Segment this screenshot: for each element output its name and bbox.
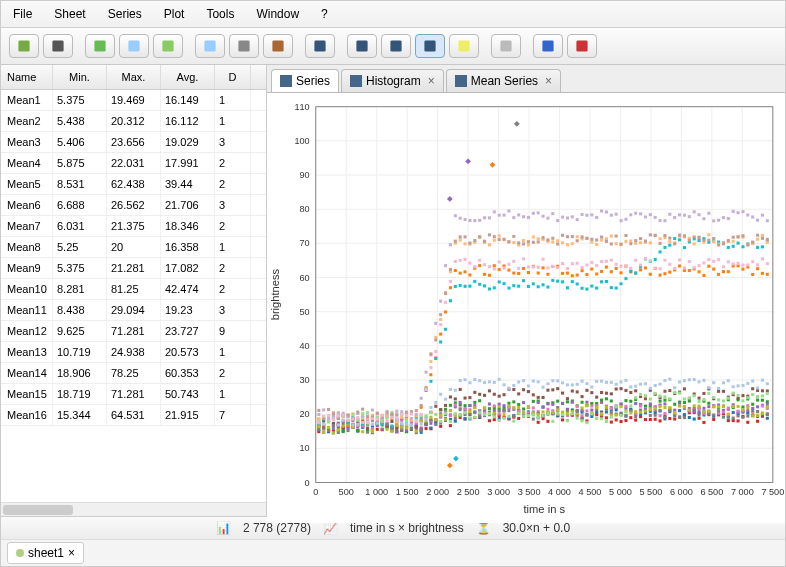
svg-rect-730	[322, 426, 325, 429]
menu-tools[interactable]: Tools	[202, 5, 238, 23]
close-icon[interactable]: ×	[68, 546, 75, 560]
db-button[interactable]	[263, 34, 293, 58]
svg-rect-1439	[605, 240, 608, 243]
menu-plot[interactable]: Plot	[160, 5, 189, 23]
svg-rect-481	[468, 274, 471, 277]
chart-area[interactable]: 05001 0001 5002 0002 5003 0003 5004 0004…	[267, 93, 785, 523]
table-row[interactable]: Mean35.40623.65619.0293	[1, 132, 266, 153]
svg-rect-1173	[668, 240, 671, 243]
menu-series[interactable]: Series	[104, 5, 146, 23]
svg-rect-594	[566, 397, 569, 400]
menu-sheet[interactable]: Sheet	[50, 5, 89, 23]
table-row[interactable]: Mean76.03121.37518.3462	[1, 216, 266, 237]
svg-rect-955	[512, 284, 515, 287]
svg-rect-1530	[595, 264, 598, 267]
svg-rect-1144	[527, 243, 530, 246]
svg-rect-1245	[566, 419, 569, 422]
svg-rect-1060	[571, 383, 574, 386]
svg-rect-1471	[761, 237, 764, 240]
config-button[interactable]	[305, 34, 335, 58]
svg-rect-1326	[507, 209, 510, 212]
histogram-button[interactable]	[381, 34, 411, 58]
svg-rect-294	[464, 404, 467, 407]
svg-rect-478	[454, 269, 457, 272]
svg-rect-1560	[741, 264, 744, 267]
data-table-pane: NameMin.Max.Avg.D Mean15.37519.46916.149…	[1, 65, 267, 516]
svg-rect-1569	[447, 196, 453, 202]
svg-rect-1537	[629, 267, 632, 270]
svg-rect-580	[498, 395, 501, 398]
table-row[interactable]: Mean1518.71971.28150.7431	[1, 384, 266, 405]
mean-series-button[interactable]	[415, 34, 445, 58]
svg-rect-90	[376, 428, 379, 431]
table-row[interactable]: Mean85.252016.3581	[1, 237, 266, 258]
svg-rect-1221	[449, 420, 452, 423]
svg-rect-1285	[761, 394, 764, 397]
remove-sheet-button[interactable]	[153, 34, 183, 58]
svg-text:40: 40	[300, 341, 310, 351]
table-row[interactable]: Mean129.62571.28123.7279	[1, 321, 266, 342]
open-button[interactable]	[9, 34, 39, 58]
svg-rect-516	[639, 268, 642, 271]
svg-rect-605	[620, 387, 623, 390]
svg-rect-1157	[590, 241, 593, 244]
export-button[interactable]	[229, 34, 259, 58]
menu-?[interactable]: ?	[317, 5, 332, 23]
table-row[interactable]: Mean108.28181.2542.4742	[1, 279, 266, 300]
table-row[interactable]: Mean95.37521.28117.0822	[1, 258, 266, 279]
svg-text:6 000: 6 000	[670, 487, 693, 497]
svg-rect-1502	[459, 259, 462, 262]
svg-rect-1045	[498, 378, 501, 381]
svg-rect-1279	[732, 392, 735, 395]
import-button[interactable]	[195, 34, 225, 58]
cube-red-button[interactable]	[567, 34, 597, 58]
tab-mean-series[interactable]: Mean Series×	[446, 69, 561, 92]
highlight-button[interactable]	[449, 34, 479, 58]
tab-series[interactable]: Series	[271, 69, 339, 92]
cube-blue-button[interactable]	[533, 34, 563, 58]
close-icon[interactable]: ×	[545, 74, 552, 88]
horizontal-scrollbar[interactable]	[1, 502, 266, 516]
col-d[interactable]: D	[215, 65, 251, 89]
col-name[interactable]: Name	[1, 65, 53, 89]
svg-rect-1551	[698, 264, 701, 267]
svg-rect-782	[576, 410, 579, 413]
svg-rect-1501	[454, 260, 457, 263]
svg-rect-541	[761, 272, 764, 275]
table-row[interactable]: Mean1615.34464.53121.9157	[1, 405, 266, 426]
menu-file[interactable]: File	[9, 5, 36, 23]
svg-text:80: 80	[300, 204, 310, 214]
svg-rect-901	[702, 410, 705, 413]
svg-rect-596	[576, 390, 579, 393]
save-button[interactable]	[43, 34, 73, 58]
add-sheet-button[interactable]	[85, 34, 115, 58]
svg-rect-479	[459, 272, 462, 275]
table-row[interactable]: Mean1310.71924.93820.5731	[1, 342, 266, 363]
svg-rect-854	[473, 406, 476, 409]
col-min[interactable]: Min.	[53, 65, 107, 89]
svg-rect-1084	[688, 378, 691, 381]
col-max[interactable]: Max.	[107, 65, 161, 89]
table-row[interactable]: Mean118.43829.09419.233	[1, 300, 266, 321]
svg-rect-1546	[673, 267, 676, 270]
close-icon[interactable]: ×	[428, 74, 435, 88]
sheet-tab[interactable]: sheet1 ×	[7, 542, 84, 564]
table-row[interactable]: Mean1418.90678.2560.3532	[1, 363, 266, 384]
table-row[interactable]: Mean58.53162.43839.442	[1, 174, 266, 195]
table-row[interactable]: Mean66.68826.56221.7063	[1, 195, 266, 216]
col-avg[interactable]: Avg.	[161, 65, 215, 89]
status-count-icon: 📊	[216, 521, 231, 535]
svg-rect-507	[595, 272, 598, 275]
svg-rect-1534	[615, 263, 618, 266]
table-row[interactable]: Mean45.87522.03117.9912	[1, 153, 266, 174]
table-row[interactable]: Mean15.37519.46916.1491	[1, 90, 266, 111]
tag-wand-button[interactable]	[491, 34, 521, 58]
copy-sheet-button[interactable]	[119, 34, 149, 58]
svg-rect-1377	[756, 219, 759, 222]
table-row[interactable]: Mean25.43820.31216.1121	[1, 111, 266, 132]
svg-text:100: 100	[294, 136, 309, 146]
svg-rect-1342	[585, 214, 588, 217]
menu-window[interactable]: Window	[252, 5, 303, 23]
add-plot-button[interactable]	[347, 34, 377, 58]
tab-histogram[interactable]: Histogram×	[341, 69, 444, 92]
